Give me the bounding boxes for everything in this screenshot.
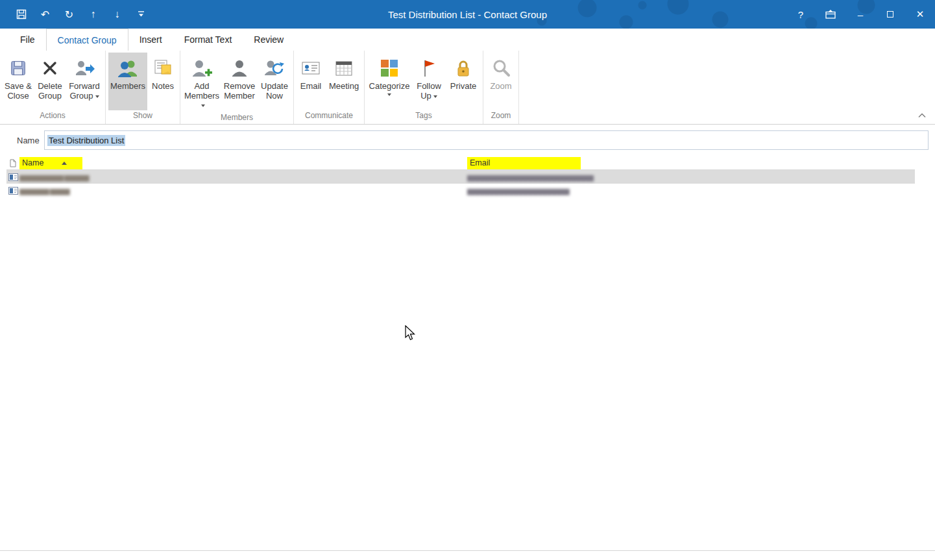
dropdown-arrow-icon <box>201 104 205 107</box>
member-email-redacted: ▆▆▆▆▆▆▆▆▆▆▆▆▆▆▆▆▆▆▆▆▆ <box>467 187 569 195</box>
zoom-icon <box>491 55 511 81</box>
name-input-selected-text: Test Distribution List <box>47 135 125 146</box>
next-item-icon[interactable]: ↓ <box>105 0 129 29</box>
email-icon <box>301 55 321 81</box>
save-close-button[interactable]: Save & Close <box>3 53 34 110</box>
ribbon: Save & Close Delete Group Forward Group … <box>0 51 935 125</box>
window-controls: ? – ✕ <box>786 0 935 29</box>
notes-icon <box>153 55 173 81</box>
ribbon-display-options-icon[interactable] <box>816 0 845 29</box>
ribbon-group-tags: Categorize Follow Up Private Tags <box>365 51 483 124</box>
categorize-icon <box>380 55 399 81</box>
update-now-icon <box>264 55 285 81</box>
member-row[interactable]: ▆▆▆▆▆▆ ▆▆▆▆ ▆▆▆▆▆▆▆▆▆▆▆▆▆▆▆▆▆▆▆▆▆ <box>6 184 915 197</box>
forward-group-icon <box>74 55 95 81</box>
remove-member-button[interactable]: Remove Member <box>222 53 257 112</box>
ribbon-group-communicate: Email Meeting Communicate <box>294 51 365 124</box>
ribbon-group-actions: Save & Close Delete Group Forward Group … <box>0 51 106 124</box>
minimize-button[interactable]: – <box>845 0 875 29</box>
window-title: Test Distribution List - Contact Group <box>388 9 547 20</box>
help-button[interactable]: ? <box>786 0 816 29</box>
member-name-redacted: ▆▆▆▆▆▆▆▆▆ ▆▆▆▆▆ <box>19 173 89 181</box>
ribbon-group-show: Members Notes Show <box>106 51 180 124</box>
delete-icon <box>42 55 58 81</box>
follow-up-flag-icon <box>420 55 437 81</box>
group-label-show: Show <box>106 110 180 124</box>
group-label-members: Members <box>180 112 293 125</box>
member-list: Name Email ▆▆▆▆▆▆▆▆▆ ▆▆▆▆▆ ▆▆▆▆▆▆▆▆▆▆▆▆▆… <box>6 156 915 197</box>
ribbon-group-members: Add Members Remove Member Update Now Mem… <box>180 51 294 124</box>
members-icon <box>117 55 139 81</box>
name-form-row: Name Test Distribution List <box>6 130 929 150</box>
follow-up-button[interactable]: Follow Up <box>413 53 445 110</box>
email-column-header[interactable]: Email <box>467 157 915 169</box>
group-label-actions: Actions <box>0 110 105 124</box>
dropdown-arrow-icon <box>433 95 437 98</box>
name-input[interactable]: Test Distribution List <box>44 130 929 150</box>
group-label-zoom: Zoom <box>483 110 518 124</box>
maximize-icon <box>887 11 893 18</box>
group-label-communicate: Communicate <box>294 110 364 124</box>
members-button[interactable]: Members <box>108 53 147 110</box>
remove-member-icon <box>230 55 249 81</box>
member-list-header: Name Email <box>6 156 915 170</box>
contact-card-icon <box>6 173 19 181</box>
tab-file[interactable]: File <box>9 29 46 51</box>
contact-card-icon <box>6 187 19 195</box>
notes-button[interactable]: Notes <box>149 53 177 110</box>
close-button[interactable]: ✕ <box>905 0 935 29</box>
delete-group-button[interactable]: Delete Group <box>35 53 65 110</box>
forward-group-button[interactable]: Forward Group <box>66 53 103 110</box>
name-header-highlight: Name <box>19 157 82 169</box>
ribbon-group-zoom: Zoom Zoom <box>483 51 519 124</box>
window-bottom-edge <box>0 550 935 560</box>
zoom-button: Zoom <box>486 53 516 110</box>
tab-contact-group[interactable]: Contact Group <box>46 29 128 51</box>
tab-format-text[interactable]: Format Text <box>173 29 243 51</box>
tab-review[interactable]: Review <box>243 29 295 51</box>
meeting-button[interactable]: Meeting <box>326 53 361 110</box>
ribbon-tab-bar: File Contact Group Insert Format Text Re… <box>0 29 935 51</box>
name-column-header[interactable]: Name <box>19 157 467 169</box>
member-row[interactable]: ▆▆▆▆▆▆▆▆▆ ▆▆▆▆▆ ▆▆▆▆▆▆▆▆▆▆▆▆▆▆▆▆▆▆▆▆▆▆▆▆… <box>6 170 915 184</box>
sort-ascending-icon <box>62 162 67 165</box>
email-header-highlight: Email <box>467 157 581 169</box>
private-button[interactable]: Private <box>446 53 480 110</box>
redo-icon[interactable]: ↻ <box>57 0 81 29</box>
name-label: Name <box>6 136 44 145</box>
member-name-redacted: ▆▆▆▆▆▆ ▆▆▆▆ <box>19 187 69 195</box>
update-now-button[interactable]: Update Now <box>258 53 291 112</box>
maximize-button[interactable] <box>875 0 905 29</box>
document-icon <box>10 159 16 167</box>
quick-access-toolbar: ↶ ↻ ↑ ↓ <box>9 0 153 29</box>
dropdown-arrow-icon <box>95 95 99 98</box>
categorize-button[interactable]: Categorize <box>367 53 411 110</box>
dropdown-arrow-icon <box>387 93 391 96</box>
save-icon[interactable] <box>9 0 33 29</box>
previous-item-icon[interactable]: ↑ <box>81 0 105 29</box>
tab-insert[interactable]: Insert <box>128 29 173 51</box>
member-email-redacted: ▆▆▆▆▆▆▆▆▆▆▆▆▆▆▆▆▆▆▆▆▆▆▆▆▆▆ <box>467 173 593 181</box>
group-label-tags: Tags <box>365 110 483 124</box>
add-members-icon <box>191 55 212 81</box>
add-members-button[interactable]: Add Members <box>183 53 221 112</box>
email-button[interactable]: Email <box>297 53 325 110</box>
meeting-icon <box>335 55 353 81</box>
customize-quick-access-icon[interactable] <box>129 0 153 29</box>
mouse-cursor <box>405 325 417 344</box>
collapse-ribbon-icon[interactable] <box>918 110 926 120</box>
title-bar: ↶ ↻ ↑ ↓ Test Distribution List - Contact… <box>0 0 935 29</box>
icon-column-header[interactable] <box>6 159 19 167</box>
save-close-icon <box>8 55 28 81</box>
lock-icon <box>454 55 473 81</box>
undo-icon[interactable]: ↶ <box>33 0 57 29</box>
